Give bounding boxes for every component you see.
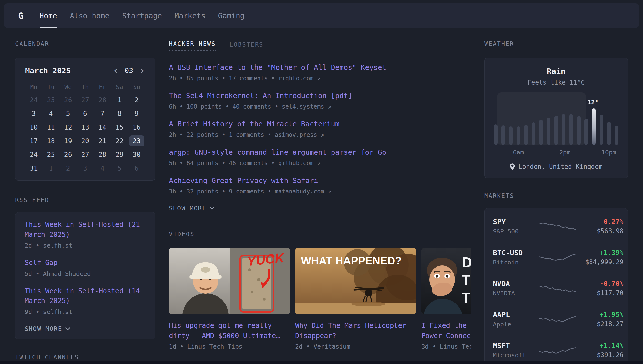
market-row[interactable]: AAPL Apple +1.95% $218.27 [493, 304, 619, 335]
news-item-source-link[interactable]: righto.com ↗ [278, 75, 321, 82]
app-logo[interactable]: G [18, 11, 24, 21]
rss-item-title[interactable]: This Week in Self-Hosted (21 March 2025) [25, 220, 146, 240]
weather-times: 6am2pm10pm [493, 149, 619, 157]
chevron-down-icon [66, 327, 70, 330]
calendar-day: 22 [111, 134, 128, 148]
calendar-day: 14 [94, 120, 111, 134]
video-card: DO T T I Fixed the 5 Power Connect 3d • … [421, 248, 471, 350]
weather-widget: Rain Feels like 11°C 12° 6am2pm10pm Lond… [484, 58, 628, 178]
news-item-title[interactable]: Achieving Great Privacy with Safari [169, 176, 471, 185]
news-item-source-link[interactable]: github.com ↗ [278, 160, 321, 167]
thumbnail-overlay-text: WHAT HAPPENED? [301, 255, 402, 267]
news-item-title[interactable]: A Brief History of the Miracle Bacterium [169, 120, 471, 128]
calendar-day: 20 [77, 134, 94, 148]
calendar-weekday: Th [77, 84, 94, 90]
news-item-title[interactable]: A USB Interface to the "Mother of All De… [169, 63, 471, 72]
rss-item-title[interactable]: This Week in Self-Hosted (14 March 2025) [25, 286, 146, 306]
video-title[interactable]: Why Did The Mars Helicopter Disappear? [295, 320, 416, 341]
market-row[interactable]: NVDA NVIDIA -0.70% $117.70 [493, 273, 619, 304]
market-sparkline [538, 281, 577, 296]
rss-show-more-button[interactable]: SHOW MORE [25, 325, 146, 332]
news-item-title[interactable]: The SeL4 Microkernel: An Introduction [p… [169, 92, 471, 100]
calendar-weekday: Su [128, 84, 145, 90]
weather-bar [577, 116, 580, 145]
left-column: CALENDAR March 2025 ‹ 03 › MoTuWeThFrSaS… [15, 40, 155, 364]
market-change: -0.27% [577, 218, 623, 226]
video-title[interactable]: His upgrade got me really dirty - AMD $5… [169, 320, 290, 341]
rss-section-heading: RSS FEED [15, 197, 155, 204]
news-item: argp: GNU-style command line argument pa… [169, 148, 471, 167]
tab-lobsters[interactable]: LOBSTERS [230, 41, 264, 51]
calendar-header: March 2025 ‹ 03 › [25, 66, 145, 75]
calendar-day: 21 [94, 134, 111, 148]
weather-bars: 12° [493, 95, 619, 145]
news-item: A Brief History of the Miracle Bacterium… [169, 120, 471, 138]
calendar-day-selected: 23 [128, 134, 145, 148]
nav-tab-startpage[interactable]: Startpage [122, 4, 162, 28]
calendar-day: 10 [25, 120, 42, 134]
chevron-down-icon [210, 207, 215, 210]
news-item-title[interactable]: argp: GNU-style command line argument pa… [169, 148, 471, 156]
nav-tab-gaming[interactable]: Gaming [218, 4, 245, 28]
news-item-stats: 5h • 84 points • 46 comments • [169, 160, 275, 167]
calendar-next-icon[interactable]: › [139, 66, 145, 75]
twitch-section-heading: TWITCH CHANNELS [15, 354, 155, 361]
rss-item-title[interactable]: Self Gap [25, 258, 146, 268]
market-ticker: AAPL [493, 310, 538, 319]
tab-hacker-news[interactable]: HACKER NEWS [169, 40, 216, 51]
rss-item: Self Gap 5d • Ahmad Shadeed [25, 258, 146, 278]
market-row[interactable]: BTC-USD Bitcoin +1.39% $84,999.29 [493, 242, 619, 273]
video-thumbnail[interactable]: DO T T [421, 248, 471, 314]
calendar-day: 8 [111, 106, 128, 120]
calendar-day: 9 [128, 106, 145, 120]
calendar-day: 31 [25, 161, 42, 175]
video-title[interactable]: I Fixed the 5 Power Connect [421, 320, 471, 341]
calendar-day: 27 [77, 148, 94, 161]
nav-tab-also-home[interactable]: Also home [70, 4, 110, 28]
market-price: $218.27 [577, 320, 623, 328]
market-sparkline [538, 312, 577, 327]
news-item: A USB Interface to the "Mother of All De… [169, 63, 471, 82]
calendar-prev-icon[interactable]: ‹ [113, 66, 119, 75]
thumbnail-overlay-text: DO [462, 254, 471, 270]
video-card: WHAT HAPPENED? Why Did The Mars Helicopt… [295, 248, 416, 350]
right-column: WEATHER Rain Feels like 11°C 12° 6am2pm1… [484, 40, 628, 364]
calendar-day: 29 [111, 148, 128, 161]
weather-bar [524, 125, 528, 145]
middle-column: HACKER NEWS LOBSTERS A USB Interface to … [169, 40, 471, 364]
calendar-day: 18 [42, 134, 59, 148]
nav-tab-home[interactable]: Home [40, 4, 57, 28]
market-row[interactable]: SPY S&P 500 -0.27% $563.98 [493, 211, 619, 242]
news-item-source-link[interactable]: matanabudy.com ↗ [275, 188, 331, 195]
market-change: +1.14% [577, 342, 623, 349]
video-thumbnail[interactable]: WHAT HAPPENED? [295, 248, 416, 314]
calendar-day: 28 [94, 93, 111, 106]
videos-row: YUCK His upgrade got me really dirty - A… [169, 248, 471, 350]
market-change: -0.70% [577, 280, 623, 288]
market-ticker: NVDA [493, 280, 538, 288]
video-meta: 1d • Linus Tech Tips [169, 343, 290, 350]
news-item-meta: 3h • 32 points • 9 comments • matanabudy… [169, 188, 471, 195]
weather-bar [532, 122, 535, 145]
weather-bar [509, 126, 513, 145]
nav-tab-markets[interactable]: Markets [175, 4, 205, 28]
weather-bar [584, 118, 588, 145]
news-item-meta: 5h • 84 points • 46 comments • github.co… [169, 160, 471, 167]
calendar-day: 13 [77, 120, 94, 134]
market-change: +1.95% [577, 311, 623, 318]
news-show-more-button[interactable]: SHOW MORE [169, 205, 471, 212]
top-navigation-bar: G Home Also home Startpage Markets Gamin… [4, 4, 639, 28]
news-item-source-link[interactable]: sel4.systems ↗ [282, 103, 331, 110]
news-item-source-link[interactable]: asimov.press ↗ [275, 132, 324, 138]
market-ticker: BTC-USD [493, 248, 538, 257]
weather-bar [547, 118, 550, 145]
calendar-day: 4 [42, 106, 59, 120]
calendar-day: 5 [60, 106, 77, 120]
market-row[interactable]: MSFT Microsoft +1.14% $391.26 [493, 335, 619, 364]
market-change: +1.39% [577, 249, 623, 256]
calendar-day: 24 [25, 148, 42, 161]
video-thumbnail[interactable]: YUCK [169, 248, 290, 314]
market-name: Microsoft [493, 352, 538, 359]
weather-bar [569, 114, 573, 145]
rss-item-meta: 9d • selfh.st [25, 308, 146, 316]
